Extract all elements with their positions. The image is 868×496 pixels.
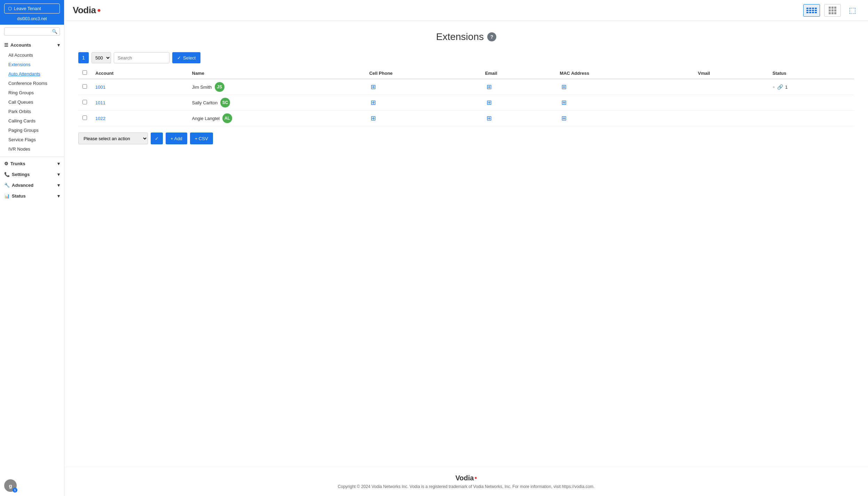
search-icon[interactable]: 🔍 bbox=[52, 29, 57, 34]
row-1022-account-link[interactable]: 1022 bbox=[95, 116, 105, 121]
row-1022-vmail bbox=[694, 111, 768, 126]
sidebar-search-box[interactable]: 🔍 bbox=[4, 27, 60, 35]
row-1011-name: Sally Carlton bbox=[192, 100, 218, 105]
sidebar-item-paging-groups[interactable]: Paging Groups bbox=[0, 126, 64, 135]
row-1001-status: ● 🔗 1 bbox=[768, 79, 854, 95]
page-title: Extensions bbox=[436, 31, 484, 42]
grid-view-1-button[interactable] bbox=[803, 4, 820, 17]
sidebar-search-input[interactable] bbox=[7, 29, 52, 34]
csv-button[interactable]: + CSV bbox=[190, 133, 213, 144]
row-1001-mac-address: ⊞ bbox=[555, 79, 694, 95]
row-1001-status-dot: ● bbox=[773, 85, 775, 89]
row-1022-cell-phone: ⊞ bbox=[365, 111, 481, 126]
table-header: Account Name Cell Phone Email MAC Addres… bbox=[78, 67, 854, 79]
trunks-group-header[interactable]: ⚙ Trunks ▾ bbox=[0, 158, 64, 169]
header-account: Account bbox=[91, 67, 188, 79]
row-1011-cell-phone-add[interactable]: ⊞ bbox=[369, 98, 378, 107]
settings-group-header[interactable]: 📞 Settings ▾ bbox=[0, 169, 64, 180]
row-1022-checkbox[interactable] bbox=[82, 115, 87, 120]
sidebar-item-extensions[interactable]: Extensions bbox=[0, 60, 64, 69]
row-1011-name-cell: Sally Carlton SC bbox=[188, 95, 365, 111]
grid-icon-2 bbox=[829, 7, 836, 14]
select-all-checkbox[interactable] bbox=[82, 70, 87, 75]
advanced-icon: 🔧 bbox=[4, 183, 10, 188]
accounts-group-header[interactable]: ☰ Accounts ▾ bbox=[0, 40, 64, 50]
logo-text: Vodia bbox=[73, 5, 96, 16]
sidebar-item-call-queues[interactable]: Call Queues bbox=[0, 97, 64, 107]
leave-tenant-button[interactable]: ⬡ Leave Tenant bbox=[4, 3, 60, 14]
row-1022-email-add[interactable]: ⊞ bbox=[485, 114, 494, 122]
row-1011-email: ⊞ bbox=[481, 95, 555, 111]
status-group-header[interactable]: 📊 Status ▾ bbox=[0, 191, 64, 201]
trunks-chevron-icon: ▾ bbox=[57, 161, 60, 166]
row-1022-cell-phone-add[interactable]: ⊞ bbox=[369, 114, 378, 122]
search-input[interactable] bbox=[114, 52, 169, 63]
nav-divider-1 bbox=[0, 157, 64, 157]
sidebar-item-auto-attendants[interactable]: Auto Attendants bbox=[0, 69, 64, 79]
row-1001-account-link[interactable]: 1001 bbox=[95, 85, 105, 90]
row-1011-mac-add[interactable]: ⊞ bbox=[560, 98, 568, 107]
row-1001-vmail bbox=[694, 79, 768, 95]
row-1001-avatar[interactable]: JS bbox=[215, 82, 224, 92]
sidebar-item-calling-cards[interactable]: Calling Cards bbox=[0, 116, 64, 126]
user-badge: 1 bbox=[13, 488, 17, 493]
row-1001-email: ⊞ bbox=[481, 79, 555, 95]
sidebar-item-all-accounts[interactable]: All Accounts bbox=[0, 50, 64, 60]
row-1022-email: ⊞ bbox=[481, 111, 555, 126]
grid-view-2-button[interactable] bbox=[824, 4, 841, 17]
logout-button[interactable]: ⬚ bbox=[845, 4, 860, 17]
footer: Vodia • Copyright © 2024 Vodia Networks … bbox=[64, 467, 868, 496]
select-button[interactable]: ✓ Select bbox=[172, 52, 200, 63]
sidebar-top: ⬡ Leave Tenant dst003.onc3.net bbox=[0, 0, 64, 25]
sidebar-item-service-flags[interactable]: Service Flags bbox=[0, 135, 64, 144]
footer-logo-dot: • bbox=[474, 474, 477, 482]
header-cell-phone: Cell Phone bbox=[365, 67, 481, 79]
sidebar-item-ivr-nodes[interactable]: IVR Nodes bbox=[0, 144, 64, 154]
row-1001-email-add[interactable]: ⊞ bbox=[485, 83, 494, 91]
page-number-button[interactable]: 1 bbox=[78, 52, 89, 63]
row-1022-mac-add[interactable]: ⊞ bbox=[560, 114, 568, 122]
row-1001-cell-phone-add[interactable]: ⊞ bbox=[369, 83, 378, 91]
row-1022-avatar[interactable]: AL bbox=[222, 113, 232, 123]
table-toolbar: 1 25 50 100 250 500 ✓ Select bbox=[78, 52, 854, 63]
add-button[interactable]: + Add bbox=[166, 133, 187, 144]
row-1011-checkbox[interactable] bbox=[82, 100, 87, 104]
action-select[interactable]: Please select an action bbox=[78, 133, 148, 144]
logo-area: Vodia • bbox=[73, 5, 101, 16]
row-1011-avatar[interactable]: SC bbox=[220, 98, 230, 107]
row-1001-name: Jim Smith bbox=[192, 85, 212, 90]
advanced-group-label: Advanced bbox=[12, 183, 33, 188]
advanced-group-header[interactable]: 🔧 Advanced ▾ bbox=[0, 180, 64, 191]
apply-button[interactable]: ✓ bbox=[151, 133, 163, 144]
row-1001-cell-phone: ⊞ bbox=[365, 79, 481, 95]
accounts-chevron-icon: ▾ bbox=[57, 42, 60, 48]
status-chevron-icon: ▾ bbox=[57, 193, 60, 199]
row-1011-account-link[interactable]: 1011 bbox=[95, 100, 105, 105]
row-1011-vmail bbox=[694, 95, 768, 111]
vodia-logo: Vodia • bbox=[73, 5, 101, 16]
sidebar-item-park-orbits[interactable]: Park Orbits bbox=[0, 107, 64, 116]
page-number: 1 bbox=[82, 55, 85, 61]
table-body: 1001 Jim Smith JS ⊞ ⊞ bbox=[78, 79, 854, 126]
apply-icon: ✓ bbox=[155, 136, 159, 141]
per-page-select[interactable]: 25 50 100 250 500 bbox=[92, 52, 111, 63]
row-1001-mac-add[interactable]: ⊞ bbox=[560, 83, 568, 91]
help-icon-button[interactable]: ? bbox=[487, 32, 496, 41]
logout-icon: ⬚ bbox=[849, 6, 856, 15]
row-1001-link-icon: 🔗 bbox=[777, 84, 783, 90]
tenant-domain: dst003.onc3.net bbox=[4, 16, 60, 21]
header-vmail: Vmail bbox=[694, 67, 768, 79]
row-1022-name: Angie Langtel bbox=[192, 116, 220, 121]
main-content: Vodia • ⬚ bbox=[64, 0, 868, 496]
sidebar-item-ring-groups[interactable]: Ring Groups bbox=[0, 88, 64, 97]
sidebar-item-conference-rooms[interactable]: Conference Rooms bbox=[0, 79, 64, 88]
row-1001-checkbox[interactable] bbox=[82, 84, 87, 89]
row-1011-email-add[interactable]: ⊞ bbox=[485, 98, 494, 107]
user-avatar[interactable]: g 1 bbox=[4, 479, 17, 492]
status-icon: 📊 bbox=[4, 193, 10, 199]
header-name: Name bbox=[188, 67, 365, 79]
header-status: Status bbox=[768, 67, 854, 79]
footer-copyright: Copyright © 2024 Vodia Networks Inc. Vod… bbox=[71, 484, 861, 489]
sidebar-footer: g 1 bbox=[0, 475, 64, 496]
trunks-icon: ⚙ bbox=[4, 161, 8, 166]
